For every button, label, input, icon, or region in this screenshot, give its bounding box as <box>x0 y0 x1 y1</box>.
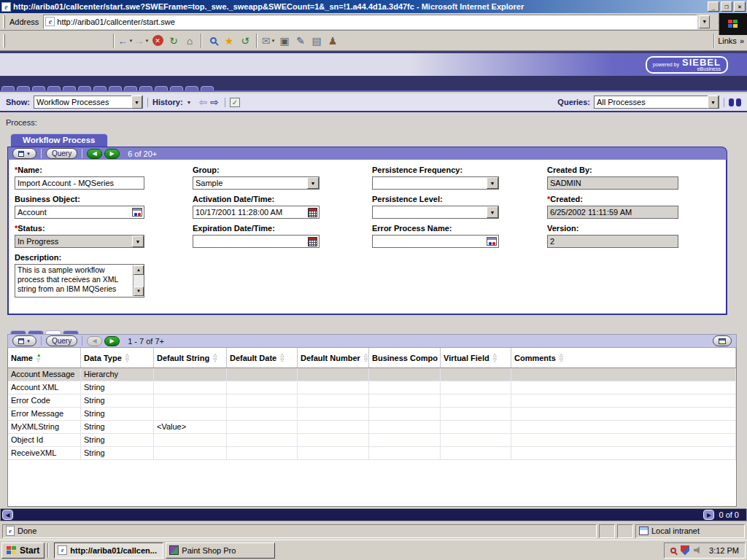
print-icon[interactable]: ▣ ▼ <box>276 33 293 49</box>
sort-arrows-icon[interactable]: ▲ △ ▽ <box>213 353 217 362</box>
screen-tab[interactable] <box>170 86 183 90</box>
screen-tab[interactable] <box>124 86 137 90</box>
search-icon[interactable]: ▼ <box>205 33 221 49</box>
restore-button[interactable]: ❐ <box>721 1 732 12</box>
toolbar-grip[interactable] <box>3 15 5 28</box>
stop-icon[interactable]: ✕ ▼ <box>150 33 166 49</box>
dropdown-arrow-icon[interactable]: ▼ <box>487 206 498 218</box>
back-icon[interactable]: ← ▼ <box>117 33 133 49</box>
screen-tab[interactable] <box>201 86 214 90</box>
field-control[interactable]: 10/17/2001 11:28:00 AM ▼ <box>193 206 320 219</box>
history-back-icon[interactable]: ⇦ <box>198 96 209 108</box>
scroll-right-icon[interactable]: ▶ <box>703 510 714 520</box>
siebel-menu-item[interactable] <box>67 63 82 67</box>
column-header[interactable]: Data Type ▲ △ ▽ <box>81 348 154 368</box>
tray-shield-icon[interactable] <box>681 545 689 556</box>
show-select[interactable]: Workflow Processes ▼ <box>34 96 143 109</box>
dropdown-arrow-icon[interactable]: ▼ <box>132 236 144 247</box>
dropdown-arrow-icon[interactable]: ▼ <box>708 96 719 109</box>
siebel-menu-item[interactable] <box>47 63 61 67</box>
home-icon[interactable]: ⌂ ▼ <box>182 33 198 49</box>
history-label[interactable]: History: <box>152 98 183 106</box>
field-control[interactable]: ▼ <box>372 235 499 248</box>
pick-icon[interactable] <box>487 237 497 246</box>
sort-arrows-icon[interactable]: ▲ △ ▽ <box>280 353 284 362</box>
previous-page-button[interactable]: ◀ <box>87 336 102 346</box>
field-control[interactable]: Import Account - MQSeries ▼ ▲ ▼ <box>15 176 144 190</box>
screen-tab[interactable] <box>1 86 15 90</box>
table-row[interactable]: Account Message Hierarchy <box>8 368 736 381</box>
calendar-icon[interactable] <box>308 237 317 246</box>
links-bar[interactable]: Links » <box>711 34 744 48</box>
next-page-button[interactable]: ▶ <box>104 336 120 346</box>
form-applet-tab[interactable]: Workflow Process <box>10 133 108 147</box>
screen-tab[interactable] <box>17 86 30 90</box>
queries-select[interactable]: All Processes ▼ <box>594 96 719 109</box>
sort-arrows-icon[interactable]: ▲ △ ▽ <box>560 353 563 362</box>
column-header[interactable]: Default String ▲ △ ▽ <box>154 348 227 368</box>
edit-icon[interactable]: ✎ ▼ <box>293 33 309 49</box>
links-chevron-icon[interactable]: » <box>740 36 744 45</box>
ie-menu-item[interactable] <box>18 39 28 43</box>
sort-arrows-icon[interactable]: ▲ △ ▽ <box>364 353 368 362</box>
favorites-icon[interactable]: ★ ▼ <box>221 33 237 49</box>
calendar-icon[interactable] <box>308 208 317 217</box>
column-header[interactable]: Comments ▲ △ ▽ <box>511 348 736 368</box>
query-button[interactable]: Query <box>46 148 77 159</box>
ie-menu-item[interactable] <box>39 39 49 43</box>
report-icon[interactable]: ✓ <box>230 98 240 107</box>
table-row[interactable]: ReceiveXML String <box>8 447 736 460</box>
field-control[interactable]: Sample ▼ <box>193 176 320 190</box>
query-button[interactable]: Query <box>46 335 77 346</box>
address-dropdown-arrow[interactable]: ▼ <box>699 15 710 28</box>
history-dropdown-icon[interactable]: ▼ <box>187 100 192 105</box>
siebel-menu-item[interactable] <box>26 63 41 67</box>
column-header[interactable]: Default Date ▲ △ ▽ <box>227 348 298 368</box>
address-input[interactable] <box>57 16 697 28</box>
table-row[interactable]: Account XML String <box>8 381 736 394</box>
dropdown-arrow-icon[interactable]: ▼ <box>487 177 498 189</box>
next-record-button[interactable]: ▶ <box>104 149 120 159</box>
tray-magnifier-icon[interactable] <box>670 548 676 553</box>
screen-tab[interactable] <box>63 86 76 90</box>
scroll-left-icon[interactable]: ◀ <box>2 510 13 520</box>
sort-arrows-icon[interactable]: ▲ △ ▽ <box>125 353 129 362</box>
history-icon[interactable]: ↺ ▼ <box>237 33 253 49</box>
field-control[interactable]: In Progress ▼ ▲ ▼ <box>15 235 144 248</box>
scroll-up-icon[interactable]: ▲ <box>133 265 144 275</box>
ie-menu-item[interactable] <box>59 39 69 43</box>
previous-record-button[interactable]: ◀ <box>87 149 102 159</box>
screen-tab[interactable] <box>155 86 168 90</box>
field-control[interactable]: ▼ <box>193 235 320 248</box>
column-header[interactable]: Default Number ▲ △ ▽ <box>298 348 369 368</box>
field-control[interactable]: ▼ <box>372 206 499 219</box>
applet-menu-button[interactable]: ▼ <box>12 148 36 159</box>
mail-icon[interactable]: ✉ ▼ <box>260 33 276 49</box>
close-button[interactable]: ✕ <box>734 1 746 12</box>
pick-icon[interactable] <box>132 208 142 217</box>
ie-menu-item[interactable] <box>8 39 18 43</box>
screen-tab[interactable] <box>93 86 107 90</box>
task-button-psp[interactable]: Paint Shop Pro <box>166 542 275 559</box>
field-control[interactable]: ▼ <box>372 176 499 190</box>
applet-menu-button[interactable]: ▼ <box>12 335 36 346</box>
toolbar-grip[interactable] <box>3 34 5 47</box>
history-forward-icon[interactable]: ⇨ <box>209 96 220 108</box>
screen-tab[interactable] <box>47 86 61 90</box>
screen-tab[interactable] <box>139 86 152 90</box>
refresh-icon[interactable]: ↻ ▼ <box>166 33 182 49</box>
sort-arrows-icon[interactable]: ▲ △ ▽ <box>36 353 41 362</box>
column-header[interactable]: Name ▲ △ ▽ <box>8 348 81 368</box>
screen-tab[interactable] <box>185 86 198 90</box>
task-button-ie[interactable]: e http://ariba01/callcen... <box>54 542 163 559</box>
field-control[interactable]: This is a sample workflow process that r… <box>15 264 144 298</box>
table-row[interactable]: Error Message String <box>8 408 736 421</box>
dropdown-arrow-icon[interactable]: ▼ <box>307 177 319 189</box>
table-row[interactable]: Object Id String <box>8 434 736 447</box>
ie-menu-item[interactable] <box>28 39 39 43</box>
search-binoculars-icon[interactable] <box>729 98 741 106</box>
table-row[interactable]: MyXMLString String <Value> <box>8 421 736 434</box>
ie-menu-item[interactable] <box>49 39 59 43</box>
column-header[interactable]: Virtual Field ▲ △ ▽ <box>441 348 511 368</box>
siebel-menu-item[interactable] <box>6 63 20 67</box>
